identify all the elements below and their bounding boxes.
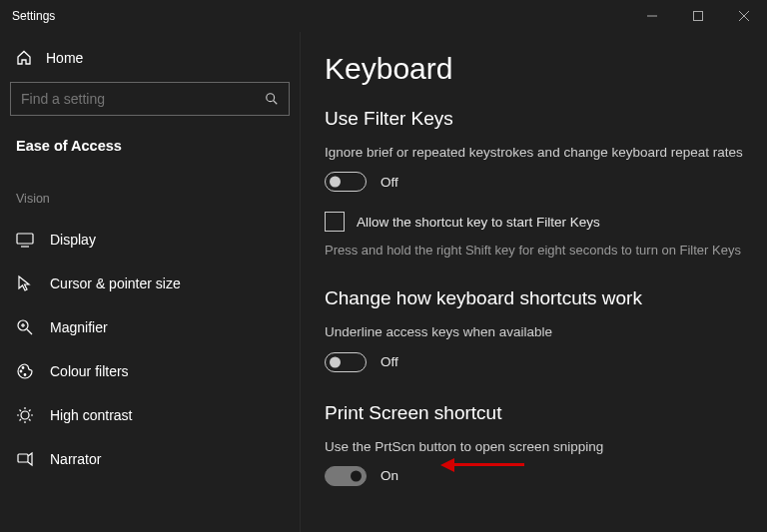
page-title: Keyboard xyxy=(325,52,743,86)
shortcuts-heading: Change how keyboard shortcuts work xyxy=(325,287,743,309)
sidebar-item-narrator[interactable]: Narrator xyxy=(10,437,290,481)
main-panel: Keyboard Use Filter Keys Ignore brief or… xyxy=(300,32,767,532)
svg-rect-6 xyxy=(17,234,33,244)
printscreen-desc: Use the PrtScn button to open screen sni… xyxy=(325,438,743,456)
sidebar-item-magnifier[interactable]: Magnifier xyxy=(10,305,290,349)
svg-rect-1 xyxy=(694,12,703,21)
magnifier-icon xyxy=(16,318,34,336)
svg-point-13 xyxy=(22,367,24,369)
search-icon xyxy=(265,92,279,106)
filter-keys-checkbox-label: Allow the shortcut key to start Filter K… xyxy=(357,215,600,230)
search-box[interactable] xyxy=(10,82,290,116)
sidebar-item-high-contrast[interactable]: High contrast xyxy=(10,393,290,437)
titlebar: Settings xyxy=(0,0,767,32)
svg-line-9 xyxy=(27,329,32,334)
sidebar-item-colour-filters[interactable]: Colour filters xyxy=(10,349,290,393)
minimize-button[interactable] xyxy=(629,0,675,32)
svg-point-14 xyxy=(24,374,26,376)
display-icon xyxy=(16,231,34,249)
annotation-arrow xyxy=(444,458,524,472)
sidebar-item-label: Colour filters xyxy=(50,363,129,379)
sidebar-section-label: Vision xyxy=(10,186,290,212)
maximize-button[interactable] xyxy=(675,0,721,32)
close-button[interactable] xyxy=(721,0,767,32)
sidebar-item-label: Cursor & pointer size xyxy=(50,275,181,291)
narrator-icon xyxy=(16,450,34,468)
sidebar-item-label: Magnifier xyxy=(50,319,108,335)
cursor-icon xyxy=(16,274,34,292)
svg-point-12 xyxy=(20,370,22,372)
underline-toggle-state: Off xyxy=(381,354,398,369)
filter-keys-shortcut-checkbox[interactable] xyxy=(325,212,345,232)
svg-line-21 xyxy=(29,419,31,421)
svg-line-20 xyxy=(20,410,22,412)
underline-access-keys-toggle[interactable] xyxy=(325,352,367,372)
window-controls xyxy=(629,0,767,32)
home-label: Home xyxy=(46,50,83,66)
sidebar-category: Ease of Access xyxy=(10,134,290,178)
svg-point-15 xyxy=(21,411,29,419)
svg-line-22 xyxy=(20,419,22,421)
printscreen-heading: Print Screen shortcut xyxy=(325,402,743,424)
shortcuts-desc: Underline access keys when available xyxy=(325,323,743,341)
search-input[interactable] xyxy=(21,91,241,107)
svg-rect-24 xyxy=(18,454,28,462)
sidebar: Home Ease of Access Vision Display Curso… xyxy=(0,32,300,532)
home-link[interactable]: Home xyxy=(10,40,290,82)
filter-keys-toggle[interactable] xyxy=(325,172,367,192)
filter-keys-hint: Press and hold the right Shift key for e… xyxy=(325,242,743,260)
home-icon xyxy=(16,50,32,66)
sidebar-item-label: Narrator xyxy=(50,451,101,467)
svg-point-4 xyxy=(267,94,275,102)
printscreen-toggle[interactable] xyxy=(325,466,367,486)
window-title: Settings xyxy=(12,9,55,23)
filter-keys-heading: Use Filter Keys xyxy=(325,108,743,130)
svg-line-23 xyxy=(29,410,31,412)
sidebar-item-cursor[interactable]: Cursor & pointer size xyxy=(10,262,290,305)
printscreen-toggle-state: On xyxy=(381,468,398,483)
svg-line-5 xyxy=(274,101,278,105)
filter-keys-toggle-state: Off xyxy=(381,175,398,190)
scrollbar[interactable] xyxy=(300,92,301,321)
sidebar-item-label: High contrast xyxy=(50,407,132,423)
sidebar-item-label: Display xyxy=(50,232,96,248)
palette-icon xyxy=(16,362,34,380)
contrast-icon xyxy=(16,406,34,424)
filter-keys-desc: Ignore brief or repeated keystrokes and … xyxy=(325,144,743,162)
sidebar-item-display[interactable]: Display xyxy=(10,218,290,262)
